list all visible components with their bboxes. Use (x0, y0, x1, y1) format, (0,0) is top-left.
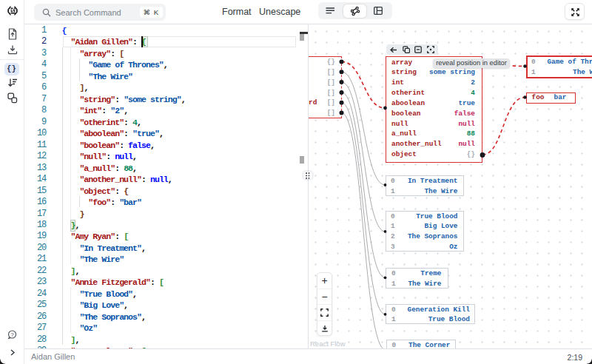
svg-text:?: ? (10, 331, 13, 338)
